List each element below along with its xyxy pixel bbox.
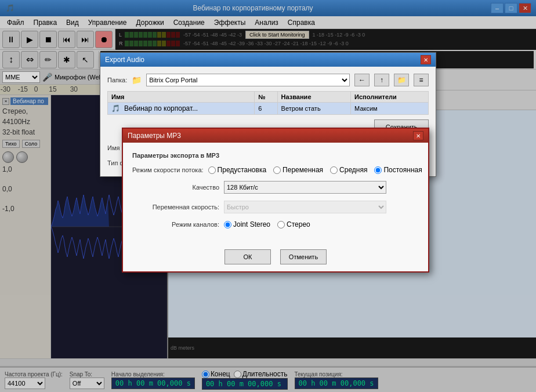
average-radio[interactable] — [330, 166, 338, 174]
varspeed-row: Переменная скорость: Быстро — [132, 201, 419, 213]
channels-label: Режим каналов: — [132, 221, 219, 228]
file-icon: 🎵 — [111, 104, 120, 112]
quality-label: Качество — [132, 184, 219, 191]
preset-label: Предустановка — [218, 166, 266, 174]
average-label: Средняя — [339, 166, 367, 174]
variable-radio[interactable] — [273, 166, 281, 174]
file-table: Имя № Название Исполнители 🎵 Вебинар по … — [107, 91, 429, 115]
col-title: Название — [277, 92, 351, 103]
quality-row: Качество 128 Кбит/с — [132, 181, 419, 194]
preset-radio[interactable] — [208, 166, 216, 174]
mp3-dialog-title: Параметры MP3 — [128, 132, 181, 140]
folder-label: Папка: — [107, 77, 127, 84]
variable-label: Переменная — [283, 166, 323, 174]
constant-radio[interactable] — [374, 166, 382, 174]
app-window: 🎵 Вебинар по корпоративному порталу – □ … — [0, 0, 536, 392]
export-dialog-title: Export Audio — [105, 56, 144, 64]
mp3-body: Параметры экспорта в MP3 Режим скорости … — [123, 143, 428, 245]
mp3-ok-button[interactable]: ОК — [224, 249, 271, 264]
bitrate-mode-label: Режим скорости потока: — [132, 166, 204, 173]
varspeed-select[interactable]: Быстро — [224, 201, 386, 213]
col-artist: Исполнители — [351, 92, 429, 103]
file-title: Ветром стать — [277, 103, 351, 115]
col-num: № — [255, 92, 277, 103]
file-name: 🎵 Вебинар по корпорат... — [108, 103, 255, 115]
stereo-label: Стерео — [287, 220, 310, 228]
mp3-footer: ОК Отменить — [123, 245, 428, 271]
quality-select[interactable]: 128 Кбит/с — [224, 181, 386, 194]
go-back-btn[interactable]: ← — [354, 74, 370, 86]
file-artist: Максим — [351, 103, 429, 115]
file-row[interactable]: 🎵 Вебинар по корпорат... 6 Ветром стать … — [108, 103, 429, 115]
joint-stereo-radio[interactable] — [224, 221, 231, 228]
new-folder-btn[interactable]: 📁 — [394, 74, 409, 86]
mp3-section-title: Параметры экспорта в MP3 — [132, 152, 419, 159]
folder-select[interactable]: Bitrix Corp Portal — [146, 74, 350, 86]
bitrate-mode-options: Предустановка Переменная Средняя Постоян… — [208, 166, 422, 174]
up-folder-btn[interactable]: ↑ — [374, 74, 389, 86]
constant-label: Постоянная — [383, 166, 422, 174]
stereo-radio[interactable] — [277, 221, 285, 228]
mp3-cancel-button[interactable]: Отменить — [280, 249, 327, 264]
mp3-titlebar: Параметры MP3 ✕ — [123, 129, 428, 143]
mp3-close-button[interactable]: ✕ — [413, 131, 423, 140]
export-dialog-close[interactable]: ✕ — [421, 55, 431, 64]
channel-mode-options: Joint Stereo Стерео — [224, 220, 310, 228]
folder-icon: 📁 — [132, 75, 142, 85]
view-btn[interactable]: ≡ — [414, 74, 429, 86]
channels-row: Режим каналов: Joint Stereo Стерео — [132, 220, 419, 228]
joint-stereo-label: Joint Stereo — [233, 220, 270, 228]
file-num: 6 — [255, 103, 277, 115]
bitrate-mode-row: Режим скорости потока: Предустановка Пер… — [132, 166, 419, 174]
export-dialog-titlebar: Export Audio ✕ — [100, 53, 436, 67]
varspeed-label: Переменная скорость: — [132, 204, 219, 210]
col-name: Имя — [108, 92, 255, 103]
mp3-dialog: Параметры MP3 ✕ Параметры экспорта в MP3… — [122, 128, 429, 273]
folder-row: Папка: 📁 Bitrix Corp Portal ← ↑ 📁 ≡ — [107, 74, 429, 86]
